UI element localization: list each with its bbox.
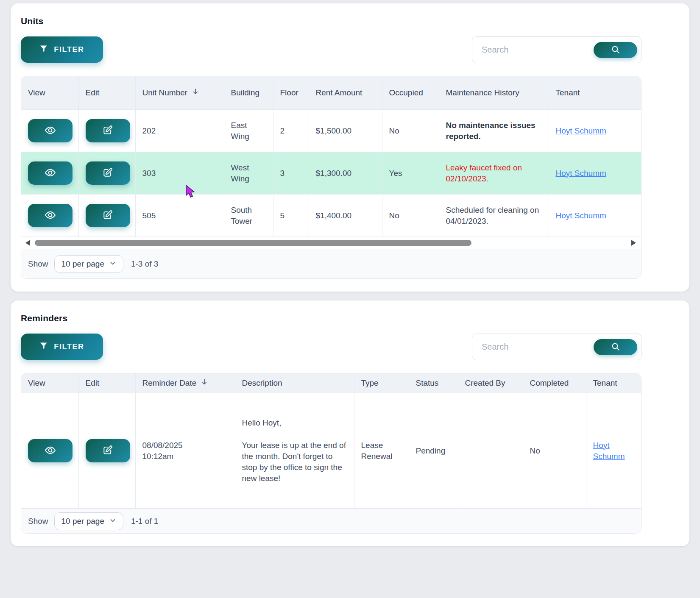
scroll-left-arrow[interactable] — [25, 240, 30, 246]
search-icon — [611, 45, 620, 56]
reminders-col-tenant[interactable]: Tenant — [586, 373, 641, 393]
rent-cell: $1,300.00 — [309, 152, 382, 195]
building-cell: East Wing — [224, 110, 273, 152]
scrollbar-thumb[interactable] — [35, 240, 471, 246]
view-button[interactable] — [28, 119, 73, 142]
units-filter-label: FILTER — [54, 45, 84, 54]
reminders-col-date[interactable]: Reminder Date — [135, 373, 235, 393]
rent-cell: $1,500.00 — [309, 110, 382, 152]
floor-cell: 2 — [273, 110, 309, 152]
reminders-table: View Edit Reminder Date Description Typ — [21, 373, 641, 509]
reminders-card: Reminders FILTER — [11, 300, 689, 546]
reminders-search-button[interactable] — [594, 339, 637, 355]
funnel-icon — [39, 342, 48, 352]
occupied-cell: Yes — [382, 152, 439, 195]
reminders-col-edit[interactable]: Edit — [78, 373, 135, 393]
tenant-link[interactable]: Hoyt Schumm — [556, 211, 606, 220]
units-toolbar: FILTER — [21, 36, 641, 63]
eye-icon — [45, 445, 56, 457]
reminders-col-created-by[interactable]: Created By — [458, 373, 523, 393]
units-pagination: Show 10 per page 1-3 of 3 — [21, 249, 641, 278]
reminders-search-box — [472, 334, 641, 360]
units-col-floor[interactable]: Floor — [273, 76, 309, 110]
rent-cell: $1,400.00 — [309, 195, 382, 237]
reminders-title: Reminders — [21, 313, 679, 323]
units-col-occupied[interactable]: Occupied — [382, 76, 439, 110]
reminders-col-completed[interactable]: Completed — [523, 373, 586, 393]
page-range: 1-3 of 3 — [129, 259, 158, 269]
tenant-link[interactable]: Hoyt Schumm — [556, 169, 606, 178]
per-page-select[interactable]: 10 per page — [54, 255, 123, 273]
occupied-cell: No — [382, 110, 439, 152]
reminders-pagination: Show 10 per page 1-1 of 1 — [21, 509, 641, 533]
edit-pencil-icon — [102, 209, 113, 222]
maintenance-cell: Scheduled for cleaning on 04/01/2023. — [439, 195, 549, 237]
units-col-maintenance[interactable]: Maintenance History — [439, 76, 549, 110]
view-button[interactable] — [28, 439, 73, 462]
show-label: Show — [28, 259, 48, 269]
floor-cell: 3 — [273, 152, 309, 195]
search-icon — [611, 342, 620, 353]
units-title: Units — [21, 16, 679, 26]
chevron-down-icon — [109, 517, 116, 526]
unit-number-cell: 202 — [135, 110, 224, 152]
reminders-filter-button[interactable]: FILTER — [21, 334, 103, 360]
edit-button[interactable] — [86, 204, 130, 227]
tenant-link[interactable]: Hoyt Schumm — [556, 126, 606, 135]
units-search-button[interactable] — [594, 42, 637, 58]
sort-desc-icon — [192, 87, 199, 98]
units-col-unit-number[interactable]: Unit Number — [135, 76, 224, 110]
reminder-date-cell: 08/08/2025 10:12am — [135, 393, 235, 509]
units-filter-button[interactable]: FILTER — [21, 36, 103, 63]
reminders-col-status[interactable]: Status — [409, 373, 458, 393]
edit-button[interactable] — [86, 439, 130, 462]
units-header-row: View Edit Unit Number Building Floor — [21, 76, 641, 110]
description-cell: Hello Hoyt, Your lease is up at the end … — [235, 393, 354, 509]
unit-row: 202 East Wing 2 $1,500.00 No No maintena… — [21, 110, 641, 152]
unit-number-cell: 303 — [135, 152, 224, 195]
reminders-col-type[interactable]: Type — [354, 373, 409, 393]
units-col-tenant[interactable]: Tenant — [549, 76, 641, 110]
per-page-select[interactable]: 10 per page — [54, 512, 123, 530]
units-table-shell: View Edit Unit Number Building Floor — [21, 76, 641, 279]
sort-desc-icon — [201, 378, 208, 389]
units-col-rent[interactable]: Rent Amount — [309, 76, 382, 110]
completed-cell: No — [523, 393, 586, 509]
view-button[interactable] — [28, 161, 73, 185]
edit-pencil-icon — [102, 167, 113, 179]
unit-row-highlighted: 303 West Wing 3 $1,300.00 Yes Leaky fauc… — [21, 152, 641, 195]
tenant-link[interactable]: Hoyt Schumm — [593, 441, 625, 461]
eye-icon — [45, 125, 56, 137]
reminders-toolbar: FILTER — [21, 334, 641, 360]
reminders-table-shell: View Edit Reminder Date Description Typ — [21, 373, 641, 534]
floor-cell: 5 — [273, 195, 309, 237]
eye-icon — [45, 167, 56, 180]
unit-number-cell: 505 — [135, 195, 224, 237]
building-cell: South Tower — [224, 195, 273, 237]
scroll-right-arrow[interactable] — [631, 240, 636, 246]
edit-button[interactable] — [86, 161, 130, 185]
edit-pencil-icon — [102, 125, 113, 137]
edit-button[interactable] — [86, 119, 130, 142]
view-button[interactable] — [28, 204, 73, 227]
created-by-cell — [458, 393, 523, 509]
page: Units FILTER — [0, 0, 700, 546]
units-col-building[interactable]: Building — [224, 76, 273, 110]
reminders-col-description[interactable]: Description — [235, 373, 354, 393]
type-cell: Lease Renewal — [354, 393, 409, 509]
show-label: Show — [28, 517, 48, 526]
reminder-row: 08/08/2025 10:12am Hello Hoyt, Your leas… — [21, 393, 641, 509]
units-col-edit[interactable]: Edit — [78, 76, 135, 110]
units-table: View Edit Unit Number Building Floor — [21, 76, 641, 237]
reminders-col-view[interactable]: View — [21, 373, 78, 393]
status-cell: Pending — [409, 393, 458, 509]
unit-row: 505 South Tower 5 $1,400.00 No Scheduled… — [21, 195, 641, 237]
maintenance-cell: Leaky faucet fixed on 02/10/2023. — [439, 152, 549, 195]
horizontal-scrollbar — [21, 237, 641, 249]
chevron-down-icon — [109, 259, 116, 269]
maintenance-cell: No maintenance issues reported. — [439, 110, 549, 152]
building-cell: West Wing — [224, 152, 273, 195]
reminders-header-row: View Edit Reminder Date Description Typ — [21, 373, 641, 393]
units-col-view[interactable]: View — [21, 76, 78, 110]
units-search-box — [472, 36, 641, 63]
